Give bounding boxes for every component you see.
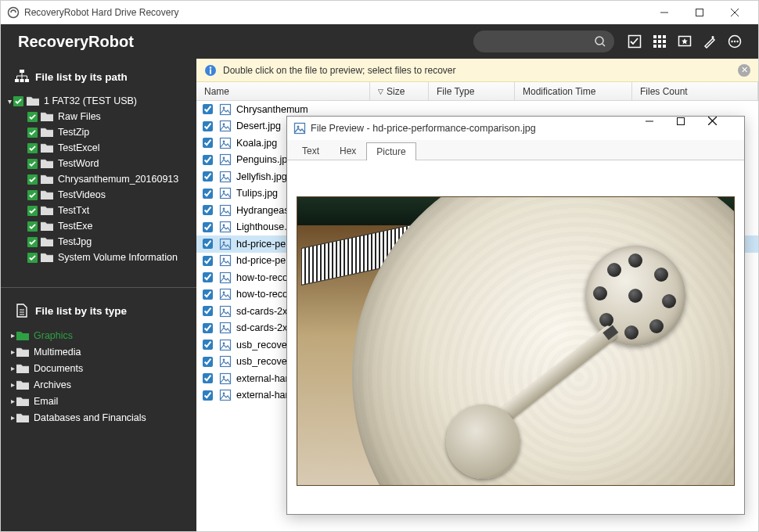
file-checkbox[interactable]	[203, 373, 213, 383]
svg-rect-39	[221, 222, 231, 232]
section-type-title: File list by its type	[1, 293, 196, 325]
svg-rect-49	[221, 306, 231, 316]
svg-point-16	[734, 41, 736, 42]
window-titlebar: RecoveryRobot Hard Drive Recovery	[1, 1, 758, 24]
svg-rect-1	[696, 9, 703, 16]
col-modtime[interactable]: Modification Time	[515, 82, 632, 100]
svg-rect-25	[221, 104, 231, 114]
path-tree[interactable]: ▾1 FAT32 (TEST USB)Raw FilesTestZipTestE…	[1, 92, 196, 271]
file-checkbox[interactable]	[203, 289, 213, 300]
col-name[interactable]: Name	[196, 82, 370, 100]
window-title: RecoveryRobot Hard Drive Recovery	[24, 7, 178, 18]
col-filetype[interactable]: File Type	[429, 82, 515, 100]
svg-point-56	[223, 359, 225, 361]
svg-point-34	[223, 174, 225, 176]
type-item[interactable]: ▸Email	[9, 393, 190, 409]
svg-point-42	[223, 241, 225, 243]
tree-item[interactable]: TestZip	[5, 124, 192, 140]
preview-title: File Preview - hd-price-performance-comp…	[311, 123, 536, 134]
info-close-button[interactable]: ✕	[738, 64, 750, 77]
tree-item[interactable]: TestTxt	[5, 203, 192, 218]
svg-rect-8	[658, 40, 661, 43]
column-headers[interactable]: Name ▽Size File Type Modification Time F…	[196, 82, 758, 101]
file-checkbox[interactable]	[203, 340, 213, 350]
tab-picture[interactable]: Picture	[366, 142, 415, 160]
type-item[interactable]: ▸Documents	[9, 360, 190, 376]
tree-item[interactable]: System Volume Information	[5, 250, 192, 265]
tree-item[interactable]: TestExcel	[5, 140, 192, 156]
window-close-button[interactable]	[717, 1, 752, 24]
file-checkbox[interactable]	[203, 121, 213, 131]
info-text: Double click on the file to preview; sel…	[223, 65, 455, 76]
type-item[interactable]: ▸Multimedia	[9, 343, 190, 360]
tree-item[interactable]: Chrysanthemum_20160913	[5, 171, 192, 187]
svg-point-36	[223, 191, 225, 193]
more-icon[interactable]	[724, 31, 746, 52]
file-checkbox[interactable]	[203, 138, 213, 148]
tree-item[interactable]: Raw Files	[5, 109, 192, 124]
svg-rect-9	[663, 40, 666, 43]
svg-point-15	[731, 41, 732, 42]
file-checkbox[interactable]	[203, 306, 213, 316]
tree-icon	[15, 70, 29, 84]
app-icon	[7, 6, 20, 19]
file-checkbox[interactable]	[203, 357, 213, 367]
svg-point-26	[223, 106, 225, 109]
file-checkbox[interactable]	[203, 155, 213, 165]
type-item[interactable]: ▸Graphics	[9, 327, 190, 343]
svg-rect-33	[221, 171, 231, 182]
svg-rect-61	[295, 124, 305, 134]
tree-item[interactable]: TestWord	[5, 156, 192, 171]
svg-point-54	[223, 342, 225, 344]
svg-rect-35	[221, 189, 231, 199]
file-checkbox[interactable]	[203, 239, 213, 249]
info-bar: Double click on the file to preview; sel…	[196, 59, 758, 82]
col-filescount[interactable]: Files Count	[632, 82, 758, 100]
svg-rect-53	[221, 340, 231, 350]
grid-view-icon[interactable]	[649, 31, 671, 52]
tree-item[interactable]: TestJpg	[5, 234, 192, 250]
file-name: Jellyfish.jpg	[236, 171, 287, 182]
favorite-icon[interactable]	[674, 31, 696, 52]
svg-point-17	[736, 41, 738, 42]
tree-root[interactable]: ▾1 FAT32 (TEST USB)	[5, 93, 192, 109]
file-checkbox[interactable]	[203, 323, 213, 333]
preview-minimize-button[interactable]	[646, 117, 677, 140]
file-checkbox[interactable]	[203, 171, 213, 182]
type-item[interactable]: ▸Databases and Financials	[9, 409, 190, 426]
file-checkbox[interactable]	[203, 256, 213, 266]
svg-rect-7	[653, 40, 656, 43]
window-minimize-button[interactable]	[646, 1, 682, 24]
file-checkbox[interactable]	[203, 205, 213, 215]
type-item[interactable]: ▸Archives	[9, 376, 190, 393]
preview-window: File Preview - hd-price-performance-comp…	[286, 116, 745, 515]
preview-maximize-button[interactable]	[677, 117, 708, 140]
file-checkbox[interactable]	[203, 189, 213, 199]
file-name: Desert.jpg	[236, 120, 281, 131]
type-list[interactable]: ▸Graphics▸Multimedia▸Documents▸Archives▸…	[1, 325, 196, 432]
svg-point-50	[223, 308, 225, 311]
tree-item[interactable]: TestExe	[5, 218, 192, 234]
file-checkbox[interactable]	[203, 390, 213, 401]
wand-icon[interactable]	[699, 31, 721, 52]
preview-close-button[interactable]	[708, 117, 739, 140]
file-checkbox[interactable]	[203, 104, 213, 114]
tab-hex[interactable]: Hex	[329, 142, 366, 160]
svg-rect-55	[221, 357, 231, 367]
file-checkbox[interactable]	[203, 222, 213, 232]
section-path-title: File list by its path	[1, 59, 196, 92]
svg-point-32	[223, 157, 225, 160]
window-maximize-button[interactable]	[682, 1, 717, 24]
check-tool-icon[interactable]	[624, 31, 646, 52]
search-input[interactable]	[473, 31, 614, 52]
tree-item[interactable]: TestVideos	[5, 187, 192, 203]
file-checkbox[interactable]	[203, 272, 213, 282]
svg-rect-10	[653, 45, 656, 48]
col-size[interactable]: ▽Size	[370, 82, 429, 100]
svg-point-60	[223, 393, 225, 395]
svg-rect-51	[221, 323, 231, 333]
tab-text[interactable]: Text	[292, 142, 329, 160]
svg-rect-5	[658, 35, 661, 38]
file-name: Koala.jpg	[236, 138, 277, 149]
svg-point-28	[223, 124, 225, 126]
